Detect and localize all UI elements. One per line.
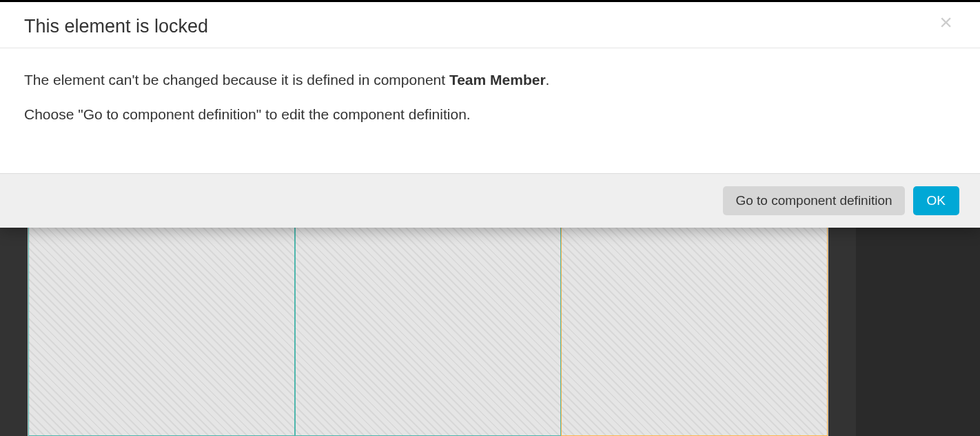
modal-message-line-1: The element can't be changed because it …	[24, 69, 956, 91]
component-name: Team Member	[449, 72, 546, 88]
modal-header: This element is locked ×	[0, 2, 980, 48]
modal-footer: Go to component definition OK	[0, 173, 980, 228]
modal-title: This element is locked	[24, 16, 208, 37]
modal-message-line-2: Choose "Go to component definition" to e…	[24, 103, 956, 126]
modal-body: The element can't be changed because it …	[0, 48, 980, 173]
close-icon[interactable]: ×	[936, 16, 956, 29]
locked-element-modal: This element is locked × The element can…	[0, 0, 980, 228]
goto-definition-button[interactable]: Go to component definition	[723, 186, 904, 215]
message-suffix: .	[546, 72, 550, 88]
message-prefix: The element can't be changed because it …	[24, 72, 449, 88]
ok-button[interactable]: OK	[913, 186, 959, 215]
